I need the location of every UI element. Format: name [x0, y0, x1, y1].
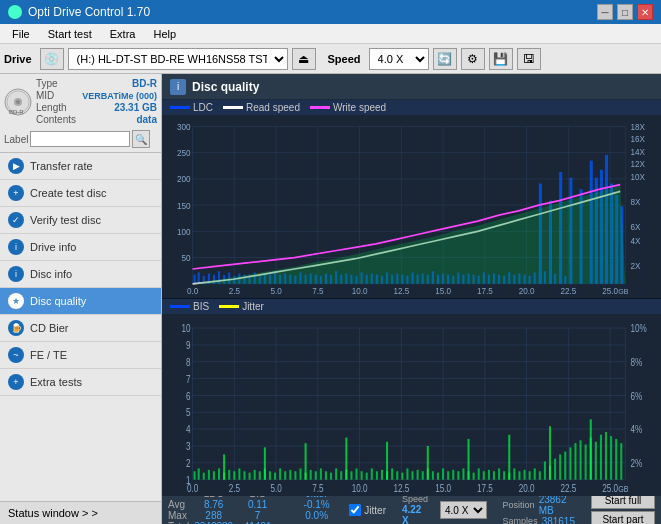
svg-rect-233 — [417, 469, 419, 479]
start-part-button[interactable]: Start part — [591, 511, 655, 524]
top-chart-container: 300 250 200 150 100 50 18X 16X 14X 12X 1… — [162, 115, 661, 299]
svg-rect-241 — [457, 471, 459, 479]
nav-create-test-disc[interactable]: + Create test disc — [0, 180, 161, 207]
nav-fe-te[interactable]: ~ FE / TE — [0, 342, 161, 369]
speed-label: Speed — [328, 53, 361, 65]
avg-ldc-val: 8.76 — [189, 499, 238, 510]
nav-cd-bier[interactable]: 🍺 CD Bier — [0, 315, 161, 342]
minimize-button[interactable]: ─ — [597, 4, 613, 20]
svg-rect-238 — [442, 468, 444, 479]
chart-title: Disc quality — [192, 80, 259, 94]
svg-rect-257 — [539, 471, 541, 479]
svg-rect-222 — [361, 471, 363, 479]
svg-text:22.5: 22.5 — [560, 286, 576, 297]
read-speed-legend-color — [223, 106, 243, 109]
nav-disc-quality[interactable]: ★ Disc quality — [0, 288, 161, 315]
svg-rect-194 — [218, 468, 220, 479]
svg-text:4: 4 — [186, 423, 191, 436]
mid-label: MID — [36, 90, 54, 101]
maximize-button[interactable]: □ — [617, 4, 633, 20]
svg-text:12X: 12X — [630, 159, 645, 170]
svg-text:10: 10 — [181, 321, 191, 334]
svg-text:8%: 8% — [630, 355, 642, 368]
jitter-checkbox[interactable] — [349, 504, 361, 516]
svg-rect-208 — [289, 469, 291, 479]
close-button[interactable]: ✕ — [637, 4, 653, 20]
label-browse-button[interactable]: 🔍 — [132, 130, 150, 148]
disc-button[interactable]: 💾 — [489, 48, 513, 70]
svg-text:2.5: 2.5 — [229, 481, 241, 494]
nav-drive-info[interactable]: i Drive info — [0, 234, 161, 261]
label-input[interactable] — [30, 131, 130, 147]
svg-rect-225 — [376, 471, 378, 479]
svg-text:BD-R: BD-R — [9, 109, 24, 115]
title-bar: Opti Drive Control 1.70 ─ □ ✕ — [0, 0, 661, 24]
menu-help[interactable]: Help — [145, 26, 184, 42]
bottom-chart-legend: BIS Jitter — [162, 299, 661, 314]
nav-transfer-rate[interactable]: ▶ Transfer rate — [0, 153, 161, 180]
samples-label: Samples — [503, 516, 538, 524]
svg-rect-277 — [345, 437, 347, 479]
save-button[interactable]: 🖫 — [517, 48, 541, 70]
speed-area: Speed 4.22 X — [402, 494, 428, 524]
chart-header: i Disc quality — [162, 74, 661, 100]
svg-text:12.5: 12.5 — [393, 286, 409, 297]
svg-rect-236 — [432, 471, 434, 479]
verify-test-disc-icon: ✓ — [8, 212, 24, 228]
drive-icon: 💿 — [40, 48, 64, 70]
svg-text:2X: 2X — [630, 261, 640, 272]
svg-text:2: 2 — [186, 456, 191, 469]
speed-select[interactable]: 4.0 X — [369, 48, 429, 70]
svg-rect-271 — [610, 436, 612, 480]
nav-cd-bier-label: CD Bier — [30, 322, 69, 334]
status-window-button[interactable]: Status window > > — [0, 501, 161, 524]
create-test-disc-icon: + — [8, 185, 24, 201]
avg-bis-val: 0.11 — [238, 499, 277, 510]
svg-rect-273 — [620, 443, 622, 480]
nav-verify-test-disc[interactable]: ✓ Verify test disc — [0, 207, 161, 234]
svg-rect-245 — [478, 468, 480, 479]
menu-start-test[interactable]: Start test — [40, 26, 100, 42]
menu-extra[interactable]: Extra — [102, 26, 144, 42]
svg-rect-239 — [447, 471, 449, 479]
max-bis-val: 7 — [238, 510, 277, 521]
svg-text:7.5: 7.5 — [312, 481, 324, 494]
svg-text:2%: 2% — [630, 456, 642, 469]
svg-rect-268 — [595, 441, 597, 479]
drive-select[interactable]: (H:) HL-DT-ST BD-RE WH16NS58 TST4 — [68, 48, 288, 70]
settings-button[interactable]: ⚙ — [461, 48, 485, 70]
nav-disc-info[interactable]: i Disc info — [0, 261, 161, 288]
svg-rect-249 — [498, 468, 500, 479]
svg-text:3: 3 — [186, 439, 191, 452]
svg-rect-189 — [194, 471, 196, 479]
svg-text:12.5: 12.5 — [393, 481, 409, 494]
nav-extra-tests[interactable]: + Extra tests — [0, 369, 161, 396]
svg-text:5: 5 — [186, 406, 191, 419]
svg-rect-190 — [198, 468, 200, 479]
right-panel: i Disc quality LDC Read speed Write spee… — [162, 74, 661, 524]
avg-jitter-val: -0.1% — [296, 499, 337, 510]
disc-details: Type BD-R MID VERBATiMe (000) Length 23.… — [36, 78, 157, 126]
length-value: 23.31 GB — [114, 102, 157, 113]
svg-rect-258 — [544, 461, 546, 479]
svg-text:10.0: 10.0 — [352, 481, 368, 494]
menu-file[interactable]: File — [4, 26, 38, 42]
nav-fe-te-label: FE / TE — [30, 349, 67, 361]
svg-text:8: 8 — [186, 355, 191, 368]
svg-rect-215 — [325, 471, 327, 479]
svg-rect-282 — [549, 426, 551, 479]
read-speed-legend-label: Read speed — [246, 102, 300, 113]
speed-stat-select[interactable]: 4.0 X — [440, 501, 487, 519]
svg-text:20.0: 20.0 — [519, 481, 535, 494]
svg-rect-205 — [274, 472, 276, 479]
position-samples-area: Position 23862 MB Samples 381615 — [503, 494, 575, 525]
type-value: BD-R — [132, 78, 157, 89]
svg-text:6%: 6% — [630, 389, 642, 402]
eject-button[interactable]: ⏏ — [292, 48, 316, 70]
svg-text:10.0: 10.0 — [352, 286, 368, 297]
refresh-button[interactable]: 🔄 — [433, 48, 457, 70]
svg-rect-237 — [437, 472, 439, 479]
svg-text:22.5: 22.5 — [560, 481, 576, 494]
svg-rect-213 — [315, 471, 317, 479]
menu-bar: File Start test Extra Help — [0, 24, 661, 44]
